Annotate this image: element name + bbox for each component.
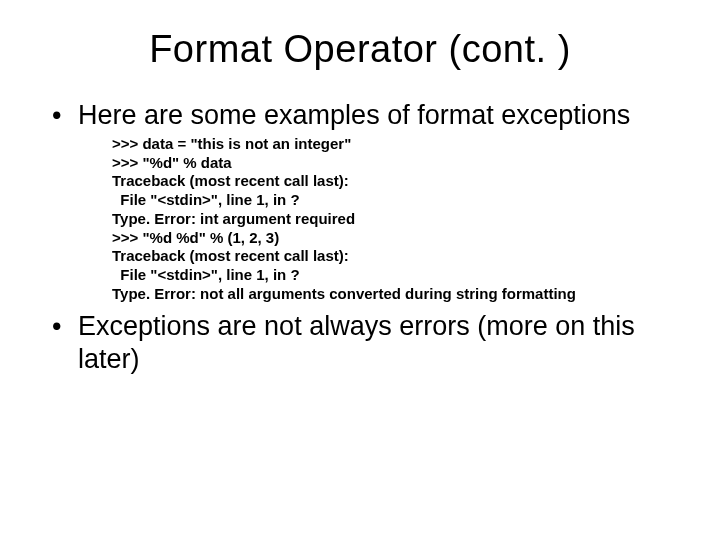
bullet-text: Here are some examples of format excepti…	[78, 100, 630, 130]
bullet-text: Exceptions are not always errors (more o…	[78, 311, 635, 375]
code-block: >>> data = "this is not an integer" >>> …	[112, 135, 674, 304]
bullet-item: Here are some examples of format excepti…	[70, 99, 674, 304]
bullet-item: Exceptions are not always errors (more o…	[70, 310, 674, 378]
slide: Format Operator (cont. ) Here are some e…	[0, 0, 720, 540]
bullet-list: Here are some examples of format excepti…	[46, 99, 674, 377]
slide-title: Format Operator (cont. )	[46, 28, 674, 71]
